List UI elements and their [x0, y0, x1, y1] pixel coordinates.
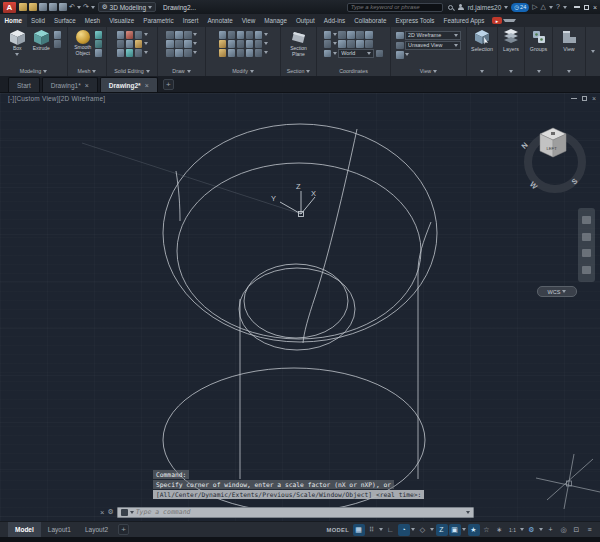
- panel-label-mesh[interactable]: Mesh: [68, 66, 106, 76]
- ribbon-tab-surface[interactable]: Surface: [50, 14, 81, 27]
- orbit-icon[interactable]: [582, 266, 591, 274]
- help-icon[interactable]: ?: [556, 2, 560, 12]
- ribbon-small-icon[interactable]: [95, 31, 103, 39]
- extrude-button[interactable]: Extrude: [30, 29, 53, 52]
- search-input[interactable]: [351, 4, 439, 10]
- undo-icon[interactable]: ↶: [69, 3, 75, 11]
- ribbon-small-icon[interactable]: [117, 40, 125, 48]
- ribbon-small-icon[interactable]: [356, 40, 364, 48]
- ribbon-small-icon[interactable]: [376, 50, 384, 58]
- ribbon-small-icon[interactable]: [126, 49, 134, 57]
- save-as-icon[interactable]: [49, 3, 57, 11]
- command-customize-icon[interactable]: ⚙: [107, 508, 113, 516]
- command-recent-caret-icon[interactable]: [130, 511, 134, 514]
- ribbon-small-icon[interactable]: [54, 40, 62, 48]
- ribbon-tab-visualize[interactable]: Visualize: [105, 14, 139, 27]
- new-drawing-tab-button[interactable]: +: [163, 79, 174, 90]
- polar-caret-icon[interactable]: [411, 528, 415, 531]
- ribbon-small-icon[interactable]: [175, 49, 183, 57]
- help-caret-icon[interactable]: [563, 6, 567, 9]
- search-icon[interactable]: [448, 5, 453, 10]
- full-navigation-wheel-icon[interactable]: [582, 216, 591, 224]
- visual-style-icon[interactable]: [396, 32, 404, 40]
- ribbon-tab-parametric[interactable]: Parametric: [139, 14, 178, 27]
- panel-view-tools[interactable]: View: [553, 27, 586, 76]
- ribbon-small-icon[interactable]: [135, 31, 143, 39]
- command-close-icon[interactable]: ×: [100, 508, 104, 517]
- osnap-caret-icon[interactable]: [462, 528, 466, 531]
- close-tab-icon[interactable]: ×: [85, 82, 89, 89]
- panel-label-coordinates[interactable]: Coordinates: [317, 66, 390, 76]
- named-view-icon[interactable]: [396, 42, 404, 50]
- ribbon-small-icon[interactable]: [95, 49, 103, 57]
- snap-caret-icon[interactable]: [379, 528, 383, 531]
- panel-label-solid-editing[interactable]: Solid Editing: [107, 66, 157, 76]
- ribbon-tab-home[interactable]: Home: [0, 14, 27, 27]
- save-icon[interactable]: [39, 3, 47, 11]
- ribbon-small-icon[interactable]: [237, 31, 245, 39]
- ribbon-small-icon[interactable]: [166, 49, 174, 57]
- workspace-switching-button[interactable]: ⚙: [526, 524, 538, 536]
- snap-toggle[interactable]: ⠿: [366, 524, 378, 536]
- ucs-dropdown[interactable]: World: [338, 49, 374, 58]
- ribbon-small-icon[interactable]: [126, 40, 134, 48]
- help-search-box[interactable]: [347, 3, 443, 12]
- viewport-config-icon[interactable]: [396, 51, 404, 59]
- navigation-bar[interactable]: [578, 208, 595, 282]
- ribbon-small-icon[interactable]: [117, 31, 125, 39]
- viewport-controls[interactable]: [-][Custom View][2D Wireframe]: [8, 95, 105, 102]
- signed-in-username[interactable]: rd.jaimes20: [468, 4, 502, 11]
- close-tab-icon[interactable]: ×: [145, 82, 149, 89]
- ribbon-small-icon[interactable]: [219, 40, 227, 48]
- isodraft-caret-icon[interactable]: [430, 528, 434, 531]
- clean-screen-button[interactable]: ⊡: [571, 524, 583, 536]
- ribbon-tab-view[interactable]: View: [237, 14, 260, 27]
- ribbon-small-icon[interactable]: [126, 31, 134, 39]
- layout-tab-layout1[interactable]: Layout1: [41, 522, 78, 537]
- trial-countdown-badge[interactable]: ◷ 24: [511, 3, 529, 12]
- file-tab-drawing1[interactable]: Drawing1*×: [42, 77, 98, 92]
- ribbon-small-icon[interactable]: [175, 31, 183, 39]
- ribbon-tab-manage[interactable]: Manage: [260, 14, 292, 27]
- drawing-minimize-button[interactable]: [571, 98, 577, 100]
- redo-icon[interactable]: ↷: [83, 3, 89, 11]
- ribbon-tab-collaborate[interactable]: Collaborate: [350, 14, 391, 27]
- ribbon-small-icon[interactable]: [184, 31, 192, 39]
- workspace-switcher[interactable]: ⚙ 3D Modeling: [98, 2, 156, 12]
- command-input-field[interactable]: [117, 507, 474, 518]
- panel-label-draw[interactable]: Draw: [158, 66, 205, 76]
- customization-menu-button[interactable]: ≡: [584, 524, 596, 536]
- account-caret-icon[interactable]: [504, 6, 508, 9]
- drawing-canvas[interactable]: [0, 93, 600, 521]
- ribbon-small-icon[interactable]: [166, 31, 174, 39]
- panel-layers[interactable]: Layers: [498, 27, 525, 76]
- ribbon-tab-add-ins[interactable]: Add-ins: [319, 14, 349, 27]
- section-plane-button[interactable]: Section Plane: [287, 29, 310, 57]
- ribbon-small-icon[interactable]: [228, 40, 236, 48]
- ribbon-small-icon[interactable]: [255, 49, 263, 57]
- ribbon-small-icon[interactable]: [175, 40, 183, 48]
- ribbon-small-icon[interactable]: [135, 40, 143, 48]
- panel-label-view[interactable]: View: [391, 66, 466, 76]
- connect-app-button[interactable]: ▸: [492, 14, 516, 27]
- close-button[interactable]: ×: [593, 4, 597, 11]
- ribbon-small-icon[interactable]: [338, 40, 346, 48]
- box-button[interactable]: Box: [6, 29, 29, 56]
- open-icon[interactable]: [19, 3, 27, 11]
- share-icon[interactable]: ▷: [532, 2, 537, 12]
- layout-tab-model[interactable]: Model: [8, 522, 41, 537]
- ribbon-small-icon[interactable]: [219, 49, 227, 57]
- model-space-label[interactable]: MODEL: [327, 527, 349, 533]
- ribbon-small-icon[interactable]: [324, 31, 332, 39]
- ribbon-tab-insert[interactable]: Insert: [178, 14, 203, 27]
- ribbon-small-icon[interactable]: [347, 31, 355, 39]
- object-snap-tracking-toggle[interactable]: Z: [436, 524, 448, 536]
- wcs-dropdown[interactable]: WCS: [537, 286, 577, 297]
- ribbon-small-icon[interactable]: [95, 40, 103, 48]
- drawing-close-button[interactable]: ×: [592, 95, 596, 102]
- restore-button[interactable]: [584, 5, 589, 10]
- new-icon[interactable]: [29, 3, 37, 11]
- ribbon-tab-featured-apps[interactable]: Featured Apps: [439, 14, 489, 27]
- user-avatar-icon[interactable]: [458, 4, 464, 10]
- new-layout-button[interactable]: +: [118, 524, 129, 535]
